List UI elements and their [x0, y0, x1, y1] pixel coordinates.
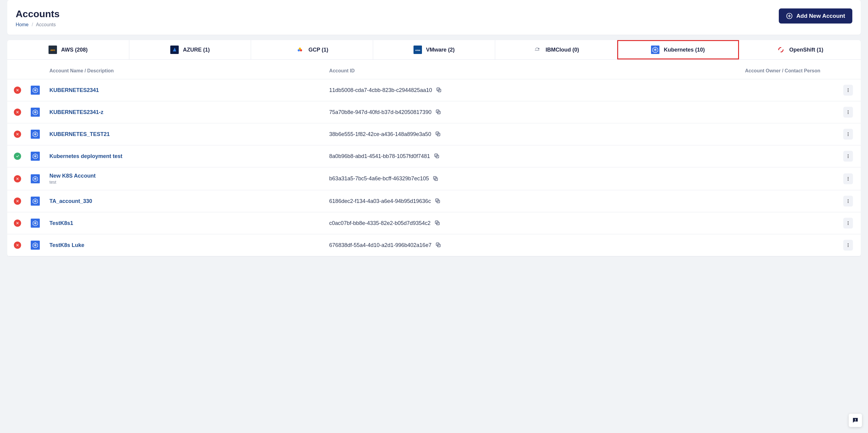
kubernetes-icon	[31, 86, 40, 95]
column-id[interactable]: Account ID	[324, 60, 740, 79]
account-name-link[interactable]: KUBERNETES2341	[50, 87, 99, 93]
row-actions-button[interactable]	[843, 196, 853, 206]
tab-openshift[interactable]: OpenShift (1)	[739, 40, 861, 59]
copy-id-button[interactable]	[435, 198, 441, 204]
kubernetes-icon	[31, 197, 40, 206]
table-row: KUBERNETES2341 11db5008-cda7-4cbb-823b-c…	[7, 79, 861, 101]
table-row: TA_account_330 6186dec2-f134-4a03-a6e4-9…	[7, 190, 861, 212]
copy-id-button[interactable]	[435, 131, 441, 138]
account-id: 6186dec2-f134-4a03-a6e4-94b95d19636c	[329, 198, 431, 204]
copy-id-button[interactable]	[434, 153, 440, 160]
tab-k8s[interactable]: Kubernetes (10)	[617, 40, 739, 59]
tab-label: IBMCloud (0)	[546, 47, 579, 53]
breadcrumb-separator: /	[32, 22, 33, 27]
account-description: test	[50, 180, 319, 184]
ibm-icon	[533, 46, 541, 54]
table-row: Kubernetes deployment test 8a0b96b8-abd1…	[7, 145, 861, 167]
azure-icon	[170, 46, 179, 54]
breadcrumb: Home / Accounts	[16, 22, 60, 27]
provider-tabs: AWS (208)AZURE (1)GCP (1)VMware (2)IBMCl…	[7, 40, 861, 60]
page-header: Accounts Home / Accounts Add New Account	[7, 0, 861, 35]
status-error-icon	[14, 220, 21, 227]
tab-ibm[interactable]: IBMCloud (0)	[495, 40, 617, 59]
page-title: Accounts	[16, 8, 60, 20]
copy-id-button[interactable]	[434, 220, 441, 227]
column-name[interactable]: Account Name / Description	[44, 60, 324, 79]
copy-id-button[interactable]	[436, 87, 442, 93]
column-actions	[837, 60, 861, 79]
status-ok-icon	[14, 152, 21, 160]
status-error-icon	[14, 87, 21, 94]
tab-label: OpenShift (1)	[789, 47, 824, 53]
table-row: TestK8s1 c0ac07bf-bb8e-4335-82e2-b05d7d9…	[7, 212, 861, 234]
kubernetes-icon	[31, 174, 40, 183]
column-provider	[26, 60, 44, 79]
row-actions-button[interactable]	[843, 218, 853, 229]
add-new-account-button[interactable]: Add New Account	[779, 8, 852, 24]
row-actions-button[interactable]	[843, 85, 853, 95]
account-name-link[interactable]: TestK8s Luke	[50, 242, 84, 248]
account-id: 75a70b8e-947d-40fd-b37d-b42050817390	[329, 109, 431, 115]
status-error-icon	[14, 109, 21, 116]
status-error-icon	[14, 241, 21, 249]
breadcrumb-home[interactable]: Home	[16, 22, 29, 27]
openshift-icon	[777, 46, 785, 54]
tab-label: AZURE (1)	[183, 47, 210, 53]
tab-label: AWS (208)	[61, 47, 88, 53]
tab-label: GCP (1)	[308, 47, 328, 53]
table-row: TestK8s Luke 676838df-55a4-4d10-a2d1-996…	[7, 234, 861, 256]
copy-id-button[interactable]	[433, 175, 439, 182]
tab-vmware[interactable]: VMware (2)	[373, 40, 495, 59]
column-owner[interactable]: Account Owner / Contact Person	[740, 60, 837, 79]
tab-gcp[interactable]: GCP (1)	[251, 40, 373, 59]
kubernetes-icon	[31, 152, 40, 161]
account-name-link[interactable]: TA_account_330	[50, 198, 92, 204]
vmware-icon	[413, 46, 422, 54]
account-name-link[interactable]: KUBERNETES_TEST21	[50, 131, 110, 137]
column-status	[7, 60, 26, 79]
table-row: KUBERNETES_TEST21 38b6e555-1f82-42ce-a43…	[7, 123, 861, 145]
copy-id-button[interactable]	[435, 242, 442, 249]
aws-icon	[49, 46, 57, 54]
k8s-icon	[651, 46, 659, 54]
tab-aws[interactable]: AWS (208)	[7, 40, 129, 59]
kubernetes-icon	[31, 219, 40, 228]
gcp-icon	[296, 46, 304, 54]
tab-label: Kubernetes (10)	[664, 47, 705, 53]
account-id: c0ac07bf-bb8e-4335-82e2-b05d7d9354c2	[329, 220, 430, 227]
account-name-link[interactable]: KUBERNETES2341-z	[50, 109, 103, 115]
status-error-icon	[14, 175, 21, 182]
plus-circle-icon	[786, 13, 793, 19]
row-actions-button[interactable]	[843, 151, 853, 162]
accounts-table: Account Name / Description Account ID Ac…	[7, 60, 861, 256]
row-actions-button[interactable]	[843, 107, 853, 118]
copy-id-button[interactable]	[435, 109, 442, 115]
table-row: KUBERNETES2341-z 75a70b8e-947d-40fd-b37d…	[7, 101, 861, 123]
row-actions-button[interactable]	[843, 129, 853, 140]
account-name-link[interactable]: TestK8s1	[50, 220, 73, 226]
status-error-icon	[14, 131, 21, 138]
breadcrumb-current: Accounts	[36, 22, 56, 27]
table-row: New K8S Account test b63a31a5-7bc5-4a6e-…	[7, 167, 861, 190]
kubernetes-icon	[31, 129, 40, 139]
tab-label: VMware (2)	[426, 47, 455, 53]
status-error-icon	[14, 198, 21, 205]
account-id: 38b6e555-1f82-42ce-a436-148a899e3a50	[329, 131, 431, 138]
tab-azure[interactable]: AZURE (1)	[129, 40, 251, 59]
row-actions-button[interactable]	[843, 240, 853, 251]
account-id: 8a0b96b8-abd1-4541-bb78-1057fd0f7481	[329, 153, 430, 160]
account-name-link[interactable]: New K8S Account	[50, 173, 96, 179]
account-id: 11db5008-cda7-4cbb-823b-c2944825aa10	[329, 87, 432, 93]
account-id: 676838df-55a4-4d10-a2d1-996b402a16e7	[329, 242, 431, 249]
account-name-link[interactable]: Kubernetes deployment test	[50, 153, 122, 159]
row-actions-button[interactable]	[843, 173, 853, 184]
kubernetes-icon	[31, 241, 40, 250]
accounts-card: AWS (208)AZURE (1)GCP (1)VMware (2)IBMCl…	[7, 40, 861, 256]
add-new-account-label: Add New Account	[796, 13, 845, 19]
kubernetes-icon	[31, 108, 40, 117]
account-id: b63a31a5-7bc5-4a6e-bcff-46329b7ec105	[329, 175, 429, 182]
